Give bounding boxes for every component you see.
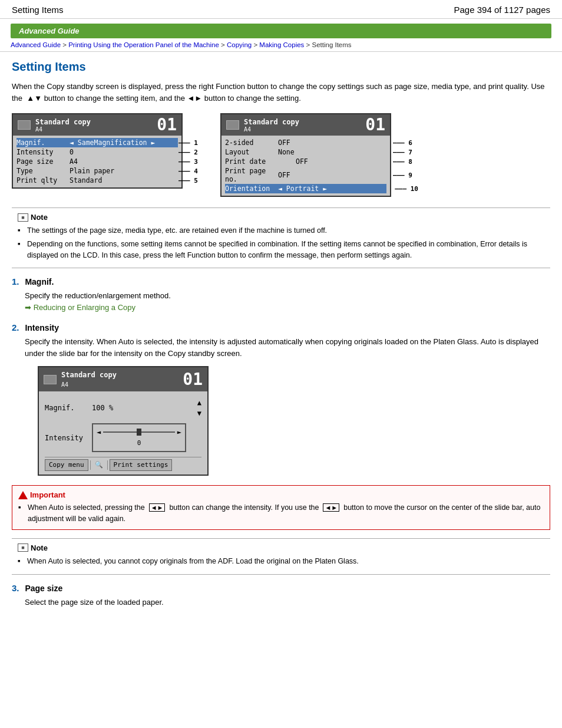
- slider-right-arrow: ►: [177, 427, 181, 437]
- note-icon-2: ■: [18, 543, 28, 552]
- type-value: Plain paper: [70, 167, 178, 175]
- section-3-pagesize: 3. Page size Select the page size of the…: [12, 583, 550, 608]
- lr-arrow-icon-2: ◄►: [323, 503, 339, 512]
- page-header: Setting Items Page 394 of 1127 pages: [0, 0, 562, 19]
- breadcrumb-link-copying[interactable]: Copying: [227, 41, 252, 48]
- printpageno-value: OFF: [278, 171, 386, 179]
- magnif-label: Magnif.: [16, 139, 70, 147]
- pagesize-value: A4: [70, 157, 178, 166]
- important-item-1: When Auto is selected, pressing the ◄► b…: [18, 502, 544, 525]
- note-item-2-1: When Auto is selected, you cannot copy o…: [18, 556, 544, 567]
- note-box-2: ■ Note When Auto is selected, you cannot…: [12, 538, 550, 575]
- row-num-8: ——— 8: [393, 158, 412, 166]
- printqlty-value: Standard: [70, 176, 178, 185]
- left-screen-number: 01: [157, 117, 177, 133]
- section-2-title: Intensity: [25, 323, 59, 332]
- intro-text: When the Copy standby screen is displaye…: [12, 81, 550, 104]
- left-screen-title: Standard copy: [35, 118, 152, 126]
- slider-thumb: [137, 429, 141, 436]
- layout-value: None: [278, 148, 386, 156]
- section-1-num: 1.: [12, 276, 19, 286]
- section-1-text: Specify the reduction/enlargement method…: [25, 290, 550, 302]
- advanced-guide-banner: Advanced Guide: [11, 24, 551, 38]
- intensity-slider-box: ◄ ► 0: [92, 423, 186, 452]
- note-list-2: When Auto is selected, you cannot copy o…: [18, 556, 544, 567]
- note-title-1: Note: [31, 213, 48, 222]
- breadcrumb: Advanced Guide > Printing Using the Oper…: [0, 38, 562, 52]
- section-3-body: Select the page size of the loaded paper…: [12, 597, 550, 608]
- printqlty-label: Print qlty: [16, 176, 70, 185]
- pagesize-label: Page size: [16, 157, 70, 166]
- page-number: Page 394 of 1127 pages: [454, 5, 550, 15]
- page-header-title: Setting Items: [12, 5, 64, 15]
- row-num-1: ——— 1: [178, 139, 198, 147]
- screen-row-printpageno: Print page no. OFF ——— 9: [225, 166, 386, 184]
- section-1-body: Specify the reduction/enlargement method…: [12, 290, 550, 313]
- section-3-num: 3.: [12, 583, 19, 593]
- intensity-value: 0: [70, 148, 178, 156]
- orientation-value: ◄ Portrait ►: [278, 185, 386, 193]
- note-header-1: ■ Note: [18, 213, 544, 222]
- screen-row-orientation: Orientation ◄ Portrait ► ——— 10: [225, 184, 386, 193]
- note-item-1-1: The settings of the page size, media typ…: [18, 225, 544, 236]
- screen-row-pagesize: Page size A4 ——— 3: [16, 157, 178, 166]
- intensity-slider-label: Intensity: [45, 433, 92, 443]
- print-settings-btn[interactable]: Print settings: [110, 459, 173, 472]
- copy-menu-btn[interactable]: Copy menu: [45, 459, 88, 472]
- right-screen-device-icon: [226, 120, 239, 130]
- important-box: Important When Auto is selected, pressin…: [12, 485, 550, 530]
- intensity-magnif-row: Magnif. 100 % ▲▼: [45, 395, 201, 421]
- intensity-magnif-value: 100 % ▲▼: [92, 397, 201, 419]
- orientation-label: Orientation: [225, 185, 278, 193]
- breadcrumb-link-advanced[interactable]: Advanced Guide: [11, 41, 61, 48]
- note-list-1: The settings of the page size, media typ…: [18, 225, 544, 261]
- magnif-value: ◄ SameMagnification ►: [70, 139, 178, 147]
- important-header: Important: [18, 490, 544, 499]
- note-header-2: ■ Note: [18, 543, 544, 552]
- section-1-heading: 1. Magnif.: [12, 276, 550, 286]
- left-screen-header: Standard copy A4 01: [13, 114, 181, 136]
- 2sided-value: OFF: [278, 139, 386, 147]
- section-3-text: Select the page size of the loaded paper…: [25, 597, 550, 608]
- lr-arrow-icon-1: ◄►: [149, 503, 166, 512]
- screen-device-icon: [18, 120, 31, 130]
- breadcrumb-link-making-copies[interactable]: Making Copies: [259, 41, 304, 48]
- slider-track: ◄ ►: [97, 427, 181, 437]
- screen-row-2sided: 2-sided OFF ——— 6: [225, 138, 386, 147]
- section-3-title: Page size: [25, 584, 62, 593]
- breadcrumb-link-printing[interactable]: Printing Using the Operation Panel of th…: [68, 41, 219, 48]
- row-num-5: ——— 5: [178, 177, 198, 185]
- section-1-title: Magnif.: [25, 277, 54, 286]
- section-3-heading: 3. Page size: [12, 583, 550, 593]
- screen-row-type: Type Plain paper ——— 4: [16, 166, 178, 176]
- screen-row-layout: Layout None ——— 7: [225, 147, 386, 157]
- intensity-screen-icon: [44, 375, 57, 384]
- printdate-label: Print date: [225, 157, 278, 166]
- screens-row: Standard copy A4 01 Magnif. ◄ SameMagnif…: [12, 113, 550, 197]
- banner-label: Advanced Guide: [19, 27, 80, 35]
- main-content: Setting Items When the Copy standby scre…: [0, 52, 562, 629]
- right-screen-header: Standard copy A4 01: [222, 114, 390, 136]
- screen-row-printqlty: Print qlty Standard ——— 5: [16, 176, 178, 185]
- intensity-screen-body: Magnif. 100 % ▲▼ Intensity ◄: [39, 391, 207, 475]
- footer-search-icon: 🔍: [92, 460, 105, 471]
- screen-row-printdate: Print date OFF ——— 8: [225, 157, 386, 166]
- row-num-3: ——— 3: [178, 158, 198, 166]
- footer-sep-1: [90, 460, 91, 470]
- intensity-screen-number: 01: [183, 371, 203, 388]
- row-num-6: ——— 6: [393, 139, 412, 147]
- left-screen-subtitle: A4: [35, 126, 152, 133]
- intensity-magnif-label: Magnif.: [45, 403, 92, 413]
- row-num-4: ——— 4: [178, 167, 198, 175]
- note-item-1-2: Depending on the functions, some setting…: [18, 239, 544, 261]
- intensity-screen-title: Standard copy: [61, 370, 178, 380]
- intensity-device-screen: Standard copy A4 01 Magnif. 100 % ▲▼: [38, 366, 209, 476]
- reducing-enlarging-link[interactable]: Reducing or Enlarging a Copy: [25, 303, 135, 312]
- slider-line: [103, 431, 175, 433]
- page-title: Setting Items: [12, 60, 550, 74]
- right-screen-body: 2-sided OFF ——— 6 Layout None ——— 7 Prin…: [222, 136, 390, 196]
- note-icon-1: ■: [18, 213, 28, 222]
- section-1-magnif: 1. Magnif. Specify the reduction/enlarge…: [12, 276, 550, 313]
- right-screen-title: Standard copy: [244, 118, 361, 126]
- 2sided-label: 2-sided: [225, 139, 278, 147]
